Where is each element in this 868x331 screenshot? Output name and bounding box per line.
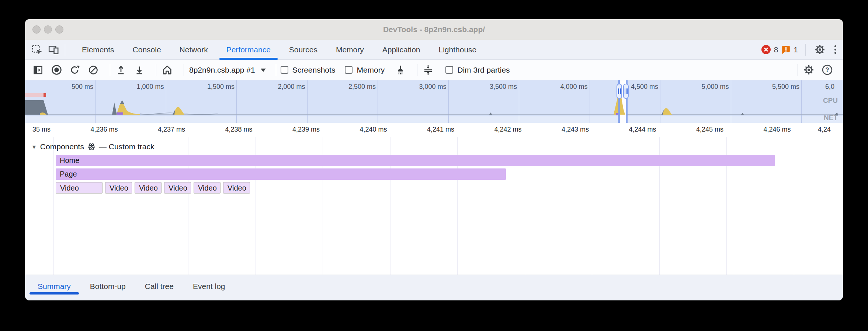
net-lane-label: NET	[824, 114, 838, 122]
more-options-kebab-icon[interactable]	[829, 45, 841, 54]
warning-count: 1	[794, 45, 798, 54]
ruler-tick-label: 4,237 ms	[158, 126, 185, 133]
ruler-tick-label: 4,245 ms	[696, 126, 723, 133]
clear-recording-button[interactable]	[87, 64, 100, 76]
timeline-overview[interactable]: CPU NET 500 ms1,000 ms1,500 ms2,000 ms2,…	[25, 80, 843, 123]
divider	[156, 64, 156, 76]
device-toolbar-button[interactable]	[47, 43, 60, 56]
dim-3rd-parties-checkbox-group[interactable]: Dim 3rd parties	[445, 66, 510, 74]
divider	[65, 44, 65, 56]
devtools-window: DevTools - 8p2n9n.csb.app/ ElementsConso…	[25, 19, 843, 300]
overview-gridline	[378, 80, 378, 123]
dim-3rd-parties-label: Dim 3rd parties	[457, 66, 510, 74]
ruler-tick-label: 4,246 ms	[763, 126, 791, 133]
ruler-tick-label: 4,241 ms	[427, 126, 454, 133]
tab-application[interactable]: Application	[373, 40, 430, 59]
divider	[805, 44, 806, 56]
overview-tick-label: 3,000 ms	[419, 83, 446, 91]
flame-chart[interactable]: ▼ Components — Custom track HomePageVide…	[25, 137, 843, 275]
memory-checkbox-group[interactable]: Memory	[345, 66, 385, 74]
bottom-tab-bottom-up[interactable]: Bottom-up	[80, 275, 135, 297]
overview-tick-label: 1,500 ms	[207, 83, 235, 91]
load-profile-icon[interactable]	[115, 64, 127, 76]
save-profile-icon[interactable]	[133, 64, 146, 76]
track-row-home: Home	[25, 155, 843, 166]
ruler-tick-label: 4,243 ms	[562, 126, 589, 133]
help-icon[interactable]: ?	[821, 64, 833, 76]
divider	[276, 64, 276, 76]
overview-gridline	[590, 80, 590, 123]
ruler-tick-label: 4,244 ms	[629, 126, 656, 133]
track-row-page: Page	[25, 168, 843, 180]
screenshots-checkbox-group[interactable]: Screenshots	[281, 66, 336, 74]
bottom-tabs: SummaryBottom-upCall treeEvent log	[28, 275, 235, 297]
bottom-tabbar: SummaryBottom-upCall treeEvent log	[25, 275, 843, 300]
flame-bar[interactable]: Video	[56, 182, 103, 194]
overview-tick-label: 4,500 ms	[631, 83, 658, 91]
panel-tabs: ElementsConsoleNetworkPerformanceSources…	[73, 40, 486, 59]
ruler-tick-label: 4,238 ms	[225, 126, 252, 133]
flame-bar[interactable]: Video	[135, 182, 162, 194]
target-selector-value: 8p2n9n.csb.app #1	[189, 66, 255, 74]
track-title: Components	[40, 142, 84, 151]
bottom-tab-event-log[interactable]: Event log	[183, 275, 235, 297]
overview-gridline	[236, 80, 237, 123]
timeline-detail-ruler: 35 ms4,236 ms4,237 ms4,238 ms4,239 ms4,2…	[25, 123, 843, 137]
titlebar: DevTools - 8p2n9n.csb.app/	[25, 19, 843, 40]
flame-bar[interactable]: Video	[194, 182, 221, 194]
divider	[110, 64, 110, 76]
settings-gear-icon[interactable]	[813, 43, 826, 56]
overview-gridline	[448, 80, 449, 123]
screenshots-label: Screenshots	[292, 66, 336, 74]
track-row-video: VideoVideoVideoVideoVideoVideo	[25, 182, 843, 194]
flame-bar[interactable]: Video	[105, 182, 132, 194]
warning-icon[interactable]	[781, 43, 791, 56]
divider	[184, 64, 184, 76]
ruler-tick-label: 4,242 ms	[494, 126, 521, 133]
performance-toolbar: 8p2n9n.csb.app #1 Screenshots Memory	[25, 60, 843, 80]
toggle-sidebar-icon[interactable]	[32, 64, 44, 76]
record-button[interactable]	[50, 64, 63, 76]
error-count: 8	[774, 45, 778, 54]
overview-gridline	[660, 80, 660, 123]
overview-gridline	[519, 80, 519, 123]
tab-elements[interactable]: Elements	[73, 40, 124, 59]
screenshots-checkbox[interactable]	[281, 66, 288, 74]
window-title: DevTools - 8p2n9n.csb.app/	[25, 19, 843, 40]
collapse-tracks-icon[interactable]	[422, 64, 434, 76]
ruler-tick-label: 4,240 ms	[360, 126, 387, 133]
flame-bar[interactable]: Home	[56, 155, 775, 166]
overview-gridline	[731, 80, 731, 123]
tab-memory[interactable]: Memory	[327, 40, 373, 59]
flame-bar[interactable]: Video	[164, 182, 191, 194]
memory-label: Memory	[357, 66, 385, 74]
inspect-element-button[interactable]	[30, 43, 44, 56]
selection-right-handle[interactable]	[623, 84, 629, 99]
bottom-tab-summary[interactable]: Summary	[28, 275, 80, 297]
track-header[interactable]: ▼ Components — Custom track	[31, 142, 154, 151]
expand-triangle-icon[interactable]: ▼	[31, 144, 37, 150]
ruler-tick-label: 4,24	[818, 126, 831, 133]
target-selector[interactable]: 8p2n9n.csb.app #1	[189, 66, 266, 74]
selection-left-handle[interactable]	[617, 84, 622, 99]
tab-sources[interactable]: Sources	[280, 40, 327, 59]
error-icon[interactable]	[761, 43, 771, 56]
dim-3rd-parties-checkbox[interactable]	[445, 66, 453, 74]
garbage-collect-brush-icon[interactable]	[394, 64, 407, 76]
atom-icon	[87, 143, 96, 151]
ruler-tick-label: 4,239 ms	[292, 126, 320, 133]
flame-bar[interactable]: Video	[223, 182, 250, 194]
overview-tick-label: 4,000 ms	[560, 83, 587, 91]
bottom-tab-call-tree[interactable]: Call tree	[135, 275, 183, 297]
home-icon[interactable]	[161, 64, 173, 76]
memory-checkbox[interactable]	[345, 66, 353, 74]
reload-and-record-button[interactable]	[69, 64, 81, 76]
track-subtitle: — Custom track	[99, 142, 154, 151]
tab-console[interactable]: Console	[124, 40, 170, 59]
tab-lighthouse[interactable]: Lighthouse	[429, 40, 486, 59]
tab-network[interactable]: Network	[170, 40, 217, 59]
overview-gridline	[801, 80, 802, 123]
capture-settings-gear-icon[interactable]	[802, 64, 815, 76]
tab-performance[interactable]: Performance	[217, 40, 280, 59]
flame-bar[interactable]: Page	[56, 168, 506, 180]
